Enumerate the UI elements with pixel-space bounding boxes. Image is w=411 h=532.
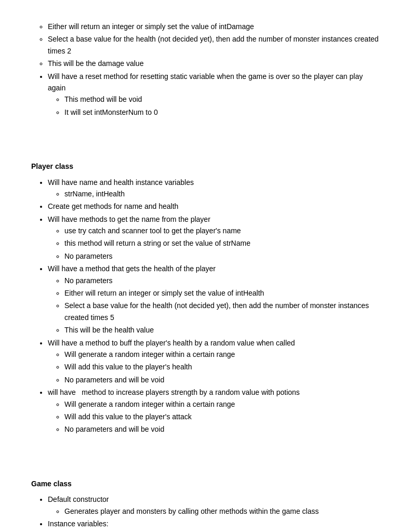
top-level2-list: Either will return an integer or simply …: [31, 21, 380, 70]
nested-list: strName, intHealth: [48, 188, 380, 200]
player-class-list: Will have name and health instance varia…: [31, 177, 380, 435]
list-item: This will be the damage value: [48, 58, 380, 69]
nested-list: Generates player and monsters by calling…: [48, 506, 380, 517]
list-item: array that holds all the monsters Monste…: [64, 529, 380, 532]
list-item: Will have a method that gets the health …: [48, 263, 380, 336]
list-item: Create get methods for name and health: [48, 201, 380, 212]
list-item: Will have name and health instance varia…: [48, 177, 380, 200]
nested-list: array that holds all the monsters Monste…: [48, 529, 380, 532]
game-class-title: Game class: [31, 478, 380, 489]
list-item: Default constructor Generates player and…: [48, 494, 380, 517]
top-level1-list: Will have a reset method for resetting s…: [31, 71, 380, 118]
list-item: will have method to increase players str…: [48, 387, 380, 435]
list-item: No parameters and will be void: [64, 374, 380, 385]
list-item: Instance variables: array that holds all…: [48, 518, 380, 532]
list-item: Either will return an integer or simply …: [64, 287, 380, 299]
list-item: No parameters: [64, 250, 380, 262]
list-item: this method will return a string or set …: [64, 237, 380, 249]
list-item: Generates player and monsters by calling…: [64, 506, 380, 517]
list-item: Will add this value to the player's atta…: [64, 411, 380, 422]
list-item: Will have a reset method for resetting s…: [48, 71, 380, 118]
list-item: No parameters: [64, 275, 380, 286]
game-class-list: Default constructor Generates player and…: [31, 494, 380, 532]
list-item: This will be the health value: [64, 324, 380, 336]
nested-list: No parameters Either will return an inte…: [48, 275, 380, 336]
list-item: Select a base value for the health (not …: [48, 33, 380, 57]
list-item: Will generate a random integer within a …: [64, 398, 380, 410]
list-item: Select a base value for the health (not …: [64, 300, 380, 323]
list-item: It will set intMonsterNum to 0: [64, 107, 380, 118]
nested-list: Will generate a random integer within a …: [48, 349, 380, 385]
list-item: Either will return an integer or simply …: [48, 21, 380, 32]
nested-list: This method will be void It will set int…: [48, 94, 380, 118]
list-item: use try catch and scanner tool to get th…: [64, 225, 380, 236]
list-item: No parameters and will be void: [64, 423, 380, 435]
list-item: Will have methods to get the name from t…: [48, 214, 380, 262]
list-item: Will add this value to the player's heal…: [64, 361, 380, 373]
document-content: Either will return an integer or simply …: [31, 21, 380, 532]
list-item: Will have a method to buff the player's …: [48, 337, 380, 386]
player-class-title: Player class: [31, 161, 380, 172]
list-item: Will generate a random integer within a …: [64, 349, 380, 360]
nested-list: Will generate a random integer within a …: [48, 398, 380, 435]
list-item: strName, intHealth: [64, 188, 380, 200]
list-item: This method will be void: [64, 94, 380, 105]
nested-list: use try catch and scanner tool to get th…: [48, 225, 380, 262]
